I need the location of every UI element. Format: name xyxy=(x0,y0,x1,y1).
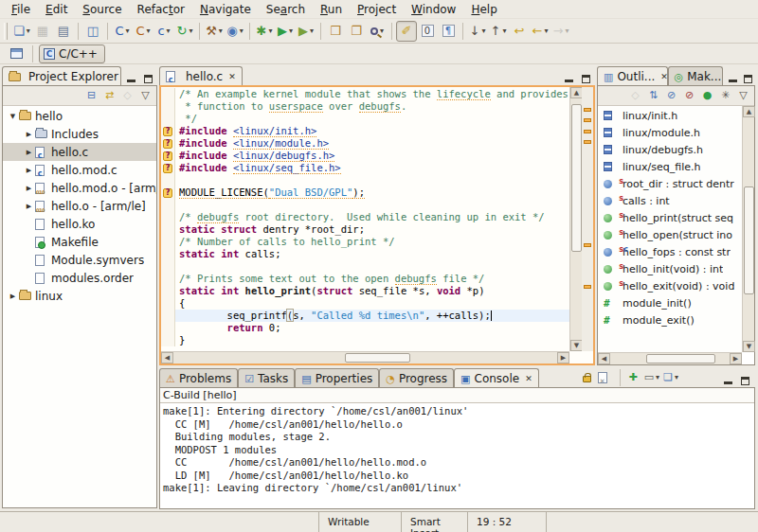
show-whitespace-button[interactable]: ¶ xyxy=(438,21,459,42)
console-output[interactable]: make[1]: Entering directory `/home/csl/a… xyxy=(160,403,754,495)
outline-item-module-init-[interactable]: #module_init() xyxy=(598,294,742,311)
dropdown-arrow-icon[interactable]: ▾ xyxy=(481,27,485,35)
tab-console[interactable]: ▣Console✕ xyxy=(454,368,539,388)
scrollbar-thumb[interactable] xyxy=(345,353,410,363)
build-all-button[interactable]: ◉▾ xyxy=(225,21,245,42)
back-button[interactable]: ←▾ xyxy=(530,21,550,42)
perspective-cpp-button[interactable]: C C/C++ xyxy=(39,44,105,63)
expand-arrow-icon[interactable]: ▶ xyxy=(23,131,35,138)
expand-arrow-icon[interactable]: ▶ xyxy=(23,167,35,174)
outline-horizontal-scrollbar[interactable]: ◀ ▶ xyxy=(598,352,742,364)
outline-item-hello-open-struct-ino[interactable]: shello_open(struct ino xyxy=(598,226,742,243)
tree-item-makefile[interactable]: Makefile xyxy=(3,233,156,251)
view-menu-button[interactable]: ▽ xyxy=(136,87,154,105)
outline-item-hello-exit-void-void[interactable]: shello_exit(void) : void xyxy=(598,277,742,294)
show-line-numbers-button[interactable]: 0 xyxy=(417,21,438,42)
menu-source[interactable]: Source xyxy=(75,1,129,18)
next-annotation-button[interactable]: ↓▾ xyxy=(467,21,488,42)
scroll-right-icon[interactable]: ▶ xyxy=(557,352,569,364)
outline-vertical-scrollbar[interactable]: ▲ ▼ xyxy=(742,106,754,352)
outline-item-module-exit-[interactable]: #module_exit() xyxy=(598,311,742,328)
minimize-button[interactable] xyxy=(727,73,738,83)
menu-navigate[interactable]: Navigate xyxy=(192,1,259,18)
tree-item-linux[interactable]: ▶linux xyxy=(3,287,156,305)
hide-fields-button[interactable]: ⊘ xyxy=(662,87,680,105)
menu-run[interactable]: Run xyxy=(313,1,350,18)
outline-item-linux-init-h[interactable]: linux/init.h xyxy=(598,107,742,124)
minimize-button[interactable] xyxy=(563,73,574,83)
tab-tasks[interactable]: ☑Tasks xyxy=(238,368,295,388)
outline-item-linux-module-h[interactable]: linux/module.h xyxy=(598,124,742,141)
open-console-button[interactable]: ❏▾ xyxy=(661,368,680,386)
view-menu-button[interactable]: ▽ xyxy=(734,87,752,105)
dropdown-arrow-icon[interactable]: ▾ xyxy=(675,373,678,381)
close-icon[interactable]: ✕ xyxy=(525,374,532,383)
expand-arrow-icon[interactable]: ▶ xyxy=(7,293,19,300)
maximize-button[interactable] xyxy=(740,375,751,385)
binary-file-button[interactable]: ◫ xyxy=(82,21,103,42)
link-with-editor-button[interactable]: ⇄ xyxy=(100,87,118,105)
scroll-left-icon[interactable]: ◀ xyxy=(598,353,610,364)
scroll-down-icon[interactable]: ▼ xyxy=(743,341,755,352)
annotation-mark[interactable] xyxy=(584,140,591,144)
dropdown-arrow-icon[interactable]: ▾ xyxy=(502,27,506,35)
dropdown-arrow-icon[interactable]: ▾ xyxy=(565,27,568,35)
scroll-lock-button[interactable] xyxy=(578,368,596,386)
hide-non-public-button[interactable]: ● xyxy=(698,87,716,105)
annotation-mark[interactable] xyxy=(584,130,591,133)
tab-project-explorer[interactable]: Project Explorer ✕ xyxy=(2,66,121,86)
menu-help[interactable]: Help xyxy=(463,1,504,18)
open-resource-button[interactable]: ❐ xyxy=(346,21,367,42)
dropdown-arrow-icon[interactable]: ▾ xyxy=(310,27,314,35)
scrollbar-thumb[interactable] xyxy=(646,354,715,364)
hide-static-members-button[interactable]: ⊘ xyxy=(680,87,698,105)
dropdown-arrow-icon[interactable]: ▾ xyxy=(189,27,192,35)
search-button[interactable]: ▾ xyxy=(367,21,388,42)
outline-item-root-dir-struct-dentr[interactable]: sroot_dir : struct dentr xyxy=(598,175,742,192)
dropdown-arrow-icon[interactable]: ▾ xyxy=(268,27,272,35)
tab-outline[interactable]: ▥ Outli... ✕ xyxy=(597,66,668,86)
code-editor[interactable]: /* An example kernel module that shows t… xyxy=(161,87,569,351)
tree-item-hello[interactable]: ▼hello xyxy=(3,107,156,125)
new-c-file-button[interactable]: c▾ xyxy=(153,21,174,42)
project-tree[interactable]: ▼hello▶Includes▶chello.c▶chello.mod.c▶01… xyxy=(3,107,156,507)
tree-item-module-symvers[interactable]: Module.symvers xyxy=(3,251,156,269)
maximize-button[interactable] xyxy=(580,73,591,83)
editor-horizontal-scrollbar[interactable]: ◀ ▶ xyxy=(161,351,569,364)
new-class-button[interactable]: C▾ xyxy=(133,21,153,42)
build-button[interactable]: ⚒▾ xyxy=(204,21,225,42)
last-edit-location-button[interactable]: ↩ xyxy=(509,21,530,42)
display-selected-console-button[interactable]: ▭▾ xyxy=(642,368,661,386)
annotation-mark[interactable] xyxy=(584,285,591,289)
menu-refactor[interactable]: Refactor xyxy=(130,1,192,18)
outline-item-linux-debugfs-h[interactable]: linux/debugfs.h xyxy=(598,141,742,158)
print-button[interactable]: ▤ xyxy=(53,21,74,42)
outline-item-hello-init-void-int[interactable]: shello_init(void) : int xyxy=(598,260,742,277)
tree-item-includes[interactable]: ▶Includes xyxy=(3,125,156,143)
tree-item-hello-mod-c[interactable]: ▶chello.mod.c xyxy=(3,161,156,179)
menu-file[interactable]: File xyxy=(4,1,38,18)
outline-item-calls-int[interactable]: scalls : int xyxy=(598,192,742,209)
expand-arrow-icon[interactable]: ▼ xyxy=(7,113,19,120)
tree-item-modules-order[interactable]: modules.order xyxy=(3,269,156,287)
tree-item-hello-o-arm-le-[interactable]: ▶010hello.o - [arm/le] xyxy=(3,197,156,215)
sort-button[interactable]: ⇅ xyxy=(644,87,662,105)
clear-console-button[interactable]: ✕ xyxy=(596,368,616,386)
hide-macros-button[interactable]: ✳ xyxy=(716,87,734,105)
tree-item-hello-ko[interactable]: hello.ko xyxy=(3,215,156,233)
scrollbar-thumb[interactable] xyxy=(571,104,582,252)
tab-hello-c[interactable]: c hello.c ✕ xyxy=(159,66,243,86)
dropdown-arrow-icon[interactable]: ▾ xyxy=(380,27,384,35)
tree-item-hello-mod-o-arm-le-[interactable]: ▶010hello.mod.o - [arm/le] xyxy=(3,179,156,197)
dropdown-arrow-icon[interactable]: ▾ xyxy=(27,27,30,35)
pin-console-button[interactable]: ✚ xyxy=(624,368,642,386)
outline-item-hello-fops-const-str[interactable]: schello_fops : const str xyxy=(598,243,742,260)
new-wizard-button[interactable]: ❏▾ xyxy=(11,21,32,42)
dropdown-arrow-icon[interactable]: ▾ xyxy=(219,27,223,35)
expand-arrow-icon[interactable]: ▶ xyxy=(23,203,35,210)
dropdown-arrow-icon[interactable]: ▾ xyxy=(240,27,244,35)
overview-ruler[interactable] xyxy=(582,87,593,351)
maximize-button[interactable] xyxy=(742,73,753,83)
dropdown-arrow-icon[interactable]: ▾ xyxy=(289,27,293,35)
expand-arrow-icon[interactable]: ▶ xyxy=(23,185,35,192)
